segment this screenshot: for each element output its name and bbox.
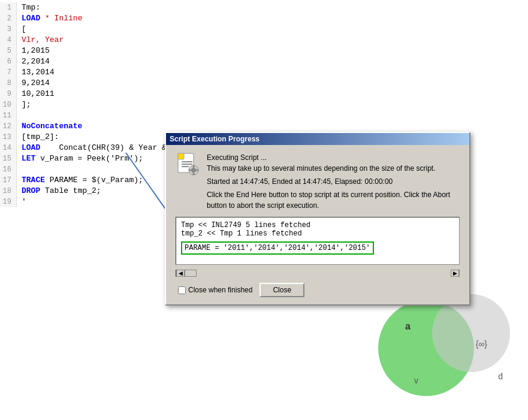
dialog-footer: Close when finished Close: [176, 279, 460, 300]
script-icon: [176, 152, 200, 176]
code-line: 8 9,2014: [0, 78, 528, 89]
venn-label-braces: {∞}: [476, 339, 487, 349]
script-execution-dialog: Script Execution Progress: [165, 132, 470, 306]
code-line: 2 LOAD * Inline: [0, 13, 528, 24]
line-number: 19: [0, 197, 17, 207]
close-when-finished-label[interactable]: Close when finished: [178, 286, 252, 294]
log-line-1: Tmp << INL2749 5 lines fetched: [181, 221, 454, 229]
close-when-finished-text: Close when finished: [188, 286, 252, 294]
venn-circle-gray: [432, 294, 510, 372]
close-button[interactable]: Close: [260, 283, 304, 297]
line-content: ];: [22, 99, 528, 110]
venn-label-v: v: [414, 376, 418, 385]
line-number: 13: [0, 132, 17, 143]
line-number: 2: [0, 13, 17, 24]
dialog-body: Executing Script ... This may take up to…: [166, 145, 469, 304]
code-line: 4 Vlr, Year: [0, 35, 528, 46]
log-line-3: PARAME = '2011','2014','2014','2014','20…: [181, 241, 374, 255]
code-line: 5 1,2015: [0, 46, 528, 56]
line-content: NoConcatenate: [22, 121, 528, 132]
log-area: Tmp << INL2749 5 lines fetched tmp_2 << …: [176, 217, 460, 265]
dialog-text-block: Executing Script ... This may take up to…: [207, 152, 460, 211]
line-number: 3: [0, 24, 17, 35]
line-number: 7: [0, 67, 17, 78]
scroll-left-button[interactable]: ◀: [176, 270, 185, 277]
scroll-right-button[interactable]: ▶: [451, 270, 459, 277]
line-number: 4: [0, 35, 17, 46]
code-line: 9 10,2011: [0, 89, 528, 99]
code-line: 11: [0, 110, 528, 121]
code-line: 10 ];: [0, 99, 528, 110]
svg-point-7: [191, 168, 196, 173]
line-content: [: [22, 24, 528, 35]
svg-rect-9: [193, 173, 195, 175]
code-line: 6 2,2014: [0, 56, 528, 67]
code-line: 12 NoConcatenate: [0, 121, 528, 132]
line-content: 2,2014: [22, 56, 528, 67]
venn-label-a: a: [405, 321, 411, 332]
line-number: 16: [0, 164, 17, 175]
line-content: 10,2011: [22, 89, 528, 99]
line-number: 11: [0, 110, 17, 121]
venn-label-d: d: [498, 371, 503, 381]
svg-rect-10: [189, 170, 191, 171]
scrollbar-thumb: [185, 270, 197, 277]
log-line-2: tmp_2 << Tmp 1 lines fetched: [181, 229, 454, 238]
line-number: 5: [0, 46, 17, 56]
line-number: 8: [0, 78, 17, 89]
line-number: 12: [0, 121, 17, 132]
status-line4: Click the End Here button to stop script…: [207, 189, 460, 211]
line-number: 6: [0, 56, 17, 67]
line-content: 13,2014: [22, 67, 528, 78]
scrollbar-track: [185, 270, 451, 277]
line-content: Vlr, Year: [22, 35, 528, 46]
log-line-3-wrapper: PARAME = '2011','2014','2014','2014','20…: [181, 240, 454, 255]
log-scrollbar[interactable]: ◀ ▶: [176, 270, 460, 277]
line-content: 9,2014: [22, 78, 528, 89]
close-when-finished-checkbox[interactable]: [178, 286, 186, 294]
line-content: LOAD * Inline: [22, 13, 528, 24]
dialog-icon-row: Executing Script ... This may take up to…: [176, 152, 460, 211]
svg-rect-2: [178, 153, 184, 159]
status-line2: This may take up to several minutes depe…: [207, 163, 460, 174]
line-number: 17: [0, 175, 17, 186]
status-line1: Executing Script ...: [207, 152, 460, 163]
line-number: 18: [0, 186, 17, 197]
line-number: 9: [0, 89, 17, 99]
code-line: 3 [: [0, 24, 528, 35]
dialog-titlebar: Script Execution Progress: [166, 133, 469, 145]
line-content: 1,2015: [22, 46, 528, 56]
line-number: 10: [0, 99, 17, 110]
line-number: 15: [0, 153, 17, 164]
line-number: 14: [0, 143, 17, 153]
line-number: 1: [0, 2, 17, 13]
line-content: Tmp:: [22, 2, 528, 13]
svg-rect-11: [196, 170, 198, 171]
code-line: 7 13,2014: [0, 67, 528, 78]
code-line: 1 Tmp:: [0, 2, 528, 13]
svg-rect-8: [193, 165, 195, 168]
status-line3: Started at 14:47:45, Ended at 14:47:45, …: [207, 176, 460, 187]
dialog-title: Script Execution Progress: [170, 135, 260, 143]
